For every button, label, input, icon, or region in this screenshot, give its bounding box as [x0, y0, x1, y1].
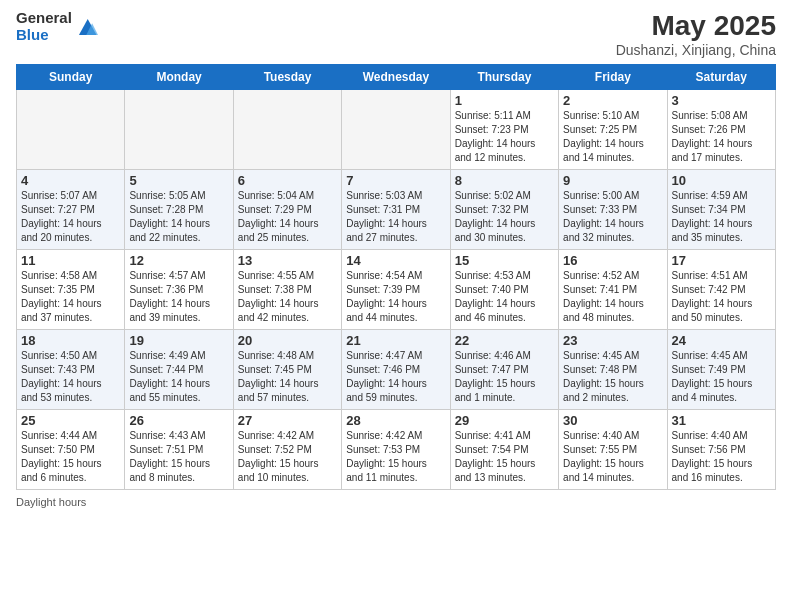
day-number: 1	[455, 93, 554, 108]
day-number: 8	[455, 173, 554, 188]
calendar-cell: 22Sunrise: 4:46 AMSunset: 7:47 PMDayligh…	[450, 330, 558, 410]
day-info: Sunrise: 4:43 AMSunset: 7:51 PMDaylight:…	[129, 429, 228, 485]
day-number: 13	[238, 253, 337, 268]
calendar-cell: 14Sunrise: 4:54 AMSunset: 7:39 PMDayligh…	[342, 250, 450, 330]
day-info: Sunrise: 5:10 AMSunset: 7:25 PMDaylight:…	[563, 109, 662, 165]
day-info: Sunrise: 5:04 AMSunset: 7:29 PMDaylight:…	[238, 189, 337, 245]
calendar-cell: 11Sunrise: 4:58 AMSunset: 7:35 PMDayligh…	[17, 250, 125, 330]
title-location: Dushanzi, Xinjiang, China	[616, 42, 776, 58]
day-info: Sunrise: 4:57 AMSunset: 7:36 PMDaylight:…	[129, 269, 228, 325]
col-friday: Friday	[559, 65, 667, 90]
col-thursday: Thursday	[450, 65, 558, 90]
col-sunday: Sunday	[17, 65, 125, 90]
col-monday: Monday	[125, 65, 233, 90]
day-number: 5	[129, 173, 228, 188]
calendar-cell: 19Sunrise: 4:49 AMSunset: 7:44 PMDayligh…	[125, 330, 233, 410]
day-info: Sunrise: 4:48 AMSunset: 7:45 PMDaylight:…	[238, 349, 337, 405]
calendar-week-row: 4Sunrise: 5:07 AMSunset: 7:27 PMDaylight…	[17, 170, 776, 250]
day-number: 2	[563, 93, 662, 108]
day-info: Sunrise: 4:40 AMSunset: 7:56 PMDaylight:…	[672, 429, 771, 485]
day-info: Sunrise: 5:02 AMSunset: 7:32 PMDaylight:…	[455, 189, 554, 245]
calendar-cell: 28Sunrise: 4:42 AMSunset: 7:53 PMDayligh…	[342, 410, 450, 490]
day-number: 11	[21, 253, 120, 268]
day-number: 17	[672, 253, 771, 268]
calendar-cell: 7Sunrise: 5:03 AMSunset: 7:31 PMDaylight…	[342, 170, 450, 250]
day-number: 14	[346, 253, 445, 268]
day-number: 12	[129, 253, 228, 268]
calendar-cell: 9Sunrise: 5:00 AMSunset: 7:33 PMDaylight…	[559, 170, 667, 250]
day-number: 7	[346, 173, 445, 188]
calendar-cell: 24Sunrise: 4:45 AMSunset: 7:49 PMDayligh…	[667, 330, 775, 410]
calendar-cell: 2Sunrise: 5:10 AMSunset: 7:25 PMDaylight…	[559, 90, 667, 170]
calendar-cell	[17, 90, 125, 170]
day-number: 23	[563, 333, 662, 348]
calendar-cell	[233, 90, 341, 170]
calendar-cell: 3Sunrise: 5:08 AMSunset: 7:26 PMDaylight…	[667, 90, 775, 170]
day-info: Sunrise: 4:50 AMSunset: 7:43 PMDaylight:…	[21, 349, 120, 405]
day-info: Sunrise: 4:44 AMSunset: 7:50 PMDaylight:…	[21, 429, 120, 485]
calendar-cell	[342, 90, 450, 170]
day-number: 29	[455, 413, 554, 428]
day-info: Sunrise: 4:47 AMSunset: 7:46 PMDaylight:…	[346, 349, 445, 405]
calendar-cell: 30Sunrise: 4:40 AMSunset: 7:55 PMDayligh…	[559, 410, 667, 490]
calendar-header-row: Sunday Monday Tuesday Wednesday Thursday…	[17, 65, 776, 90]
col-wednesday: Wednesday	[342, 65, 450, 90]
day-info: Sunrise: 5:00 AMSunset: 7:33 PMDaylight:…	[563, 189, 662, 245]
calendar-cell: 17Sunrise: 4:51 AMSunset: 7:42 PMDayligh…	[667, 250, 775, 330]
day-number: 31	[672, 413, 771, 428]
col-saturday: Saturday	[667, 65, 775, 90]
day-number: 18	[21, 333, 120, 348]
calendar-cell: 26Sunrise: 4:43 AMSunset: 7:51 PMDayligh…	[125, 410, 233, 490]
day-info: Sunrise: 4:52 AMSunset: 7:41 PMDaylight:…	[563, 269, 662, 325]
page: General Blue May 2025 Dushanzi, Xinjiang…	[0, 0, 792, 612]
day-info: Sunrise: 4:40 AMSunset: 7:55 PMDaylight:…	[563, 429, 662, 485]
day-number: 28	[346, 413, 445, 428]
day-info: Sunrise: 5:11 AMSunset: 7:23 PMDaylight:…	[455, 109, 554, 165]
day-number: 24	[672, 333, 771, 348]
logo: General Blue	[16, 10, 98, 43]
calendar-cell: 5Sunrise: 5:05 AMSunset: 7:28 PMDaylight…	[125, 170, 233, 250]
calendar-cell: 31Sunrise: 4:40 AMSunset: 7:56 PMDayligh…	[667, 410, 775, 490]
day-number: 16	[563, 253, 662, 268]
calendar-cell: 20Sunrise: 4:48 AMSunset: 7:45 PMDayligh…	[233, 330, 341, 410]
logo-icon	[76, 16, 98, 38]
day-info: Sunrise: 4:53 AMSunset: 7:40 PMDaylight:…	[455, 269, 554, 325]
calendar-cell: 29Sunrise: 4:41 AMSunset: 7:54 PMDayligh…	[450, 410, 558, 490]
header: General Blue May 2025 Dushanzi, Xinjiang…	[16, 10, 776, 58]
day-number: 3	[672, 93, 771, 108]
title-block: May 2025 Dushanzi, Xinjiang, China	[616, 10, 776, 58]
col-tuesday: Tuesday	[233, 65, 341, 90]
calendar-cell: 18Sunrise: 4:50 AMSunset: 7:43 PMDayligh…	[17, 330, 125, 410]
day-number: 26	[129, 413, 228, 428]
calendar-cell: 21Sunrise: 4:47 AMSunset: 7:46 PMDayligh…	[342, 330, 450, 410]
calendar-cell: 6Sunrise: 5:04 AMSunset: 7:29 PMDaylight…	[233, 170, 341, 250]
calendar-week-row: 18Sunrise: 4:50 AMSunset: 7:43 PMDayligh…	[17, 330, 776, 410]
logo-blue: Blue	[16, 27, 72, 44]
day-number: 19	[129, 333, 228, 348]
day-info: Sunrise: 4:46 AMSunset: 7:47 PMDaylight:…	[455, 349, 554, 405]
day-info: Sunrise: 4:54 AMSunset: 7:39 PMDaylight:…	[346, 269, 445, 325]
day-number: 4	[21, 173, 120, 188]
day-info: Sunrise: 4:45 AMSunset: 7:49 PMDaylight:…	[672, 349, 771, 405]
calendar-cell	[125, 90, 233, 170]
calendar-cell: 1Sunrise: 5:11 AMSunset: 7:23 PMDaylight…	[450, 90, 558, 170]
day-info: Sunrise: 5:07 AMSunset: 7:27 PMDaylight:…	[21, 189, 120, 245]
day-info: Sunrise: 4:42 AMSunset: 7:52 PMDaylight:…	[238, 429, 337, 485]
footer: Daylight hours	[16, 496, 776, 508]
daylight-hours-label: Daylight hours	[16, 496, 86, 508]
day-info: Sunrise: 4:51 AMSunset: 7:42 PMDaylight:…	[672, 269, 771, 325]
calendar-week-row: 11Sunrise: 4:58 AMSunset: 7:35 PMDayligh…	[17, 250, 776, 330]
day-number: 27	[238, 413, 337, 428]
calendar-cell: 25Sunrise: 4:44 AMSunset: 7:50 PMDayligh…	[17, 410, 125, 490]
day-number: 21	[346, 333, 445, 348]
day-number: 30	[563, 413, 662, 428]
calendar-cell: 12Sunrise: 4:57 AMSunset: 7:36 PMDayligh…	[125, 250, 233, 330]
day-number: 22	[455, 333, 554, 348]
calendar-cell: 16Sunrise: 4:52 AMSunset: 7:41 PMDayligh…	[559, 250, 667, 330]
day-info: Sunrise: 4:59 AMSunset: 7:34 PMDaylight:…	[672, 189, 771, 245]
calendar-cell: 10Sunrise: 4:59 AMSunset: 7:34 PMDayligh…	[667, 170, 775, 250]
day-number: 20	[238, 333, 337, 348]
calendar-cell: 15Sunrise: 4:53 AMSunset: 7:40 PMDayligh…	[450, 250, 558, 330]
logo-general: General	[16, 10, 72, 27]
day-info: Sunrise: 5:05 AMSunset: 7:28 PMDaylight:…	[129, 189, 228, 245]
